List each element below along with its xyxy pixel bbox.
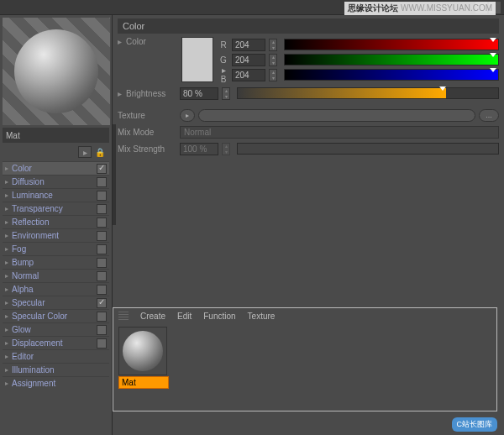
channel-editor[interactable]: ▸Editor <box>3 349 109 363</box>
channel-label: Specular Color <box>12 312 93 321</box>
channel-label: Displacement <box>12 338 93 348</box>
mixstrength-label: Mix Strength <box>118 144 176 154</box>
channel-displacement[interactable]: ▸Displacement <box>3 336 109 349</box>
channel-diffusion[interactable]: ▸Diffusion <box>3 175 109 188</box>
g-input[interactable] <box>232 54 265 66</box>
texture-more-button[interactable]: ... <box>479 109 499 122</box>
channel-checkbox[interactable] <box>97 231 107 241</box>
expand-icon: ▸ <box>5 366 12 374</box>
channel-reflection[interactable]: ▸Reflection <box>3 215 109 228</box>
expand-icon: ▸ <box>5 299 12 307</box>
channel-checkbox[interactable] <box>97 338 107 349</box>
watermark-bottom: C站长图库 <box>452 417 498 432</box>
channel-luminance[interactable]: ▸Luminance <box>3 188 109 202</box>
expand-icon: ▸ <box>5 353 12 360</box>
channel-assignment[interactable]: ▸Assignment <box>3 376 109 390</box>
channel-checkbox[interactable] <box>97 177 107 187</box>
slider-marker-icon <box>490 68 496 72</box>
channel-illumination[interactable]: ▸Illumination <box>3 363 109 376</box>
texture-label: Texture <box>118 111 176 120</box>
channel-label: Glow <box>12 325 93 334</box>
nav-button[interactable]: ▸ <box>78 146 92 158</box>
g-slider[interactable] <box>284 54 499 66</box>
channel-checkbox[interactable] <box>97 244 107 254</box>
channel-checkbox[interactable] <box>97 258 107 268</box>
mixstrength-spinner: ▴▾ <box>222 143 230 155</box>
brightness-input[interactable] <box>180 87 218 100</box>
expand-icon: ▸ <box>5 312 12 320</box>
expand-icon: ▸ <box>5 272 12 280</box>
grip-icon[interactable] <box>118 312 129 320</box>
expand-icon: ▸ <box>5 191 12 199</box>
channel-label: Bump <box>12 258 93 267</box>
material-thumbnail[interactable]: Mat <box>118 327 169 389</box>
expand-icon: ▸ <box>5 380 12 387</box>
b-spinner[interactable]: ▴▾ <box>269 69 277 81</box>
b-input[interactable] <box>232 69 265 81</box>
menu-function[interactable]: Function <box>203 312 235 321</box>
channel-checkbox[interactable] <box>97 285 107 295</box>
r-input[interactable] <box>232 39 265 51</box>
mixmode-select[interactable]: Normal <box>180 126 499 139</box>
g-spinner[interactable]: ▴▾ <box>269 54 277 66</box>
channel-label: Diffusion <box>12 177 93 186</box>
channel-checkbox[interactable] <box>97 191 107 201</box>
channel-specular[interactable]: ▸Specular <box>3 296 109 309</box>
material-thumb-label[interactable]: Mat <box>118 376 169 389</box>
expand-icon: ▸ <box>5 232 12 239</box>
channel-glow[interactable]: ▸Glow <box>3 322 109 336</box>
channel-environment[interactable]: ▸Environment <box>3 228 109 242</box>
left-sidebar: Mat ▸ 🔒 ▸Color▸Diffusion▸Luminance▸Trans… <box>0 15 113 435</box>
texture-picker-button[interactable]: ▸ <box>180 109 195 122</box>
r-slider[interactable] <box>284 39 499 50</box>
channel-label: Luminance <box>12 191 93 200</box>
slider-marker-icon <box>490 53 496 57</box>
menu-edit[interactable]: Edit <box>177 312 192 321</box>
watermark-top: 思缘设计论坛 WWW.MISSYUAN.COM <box>344 2 496 15</box>
brightness-label: ▸Brightness <box>118 89 176 98</box>
channel-checkbox[interactable] <box>97 218 107 228</box>
channel-bump[interactable]: ▸Bump <box>3 255 109 269</box>
channel-alpha[interactable]: ▸Alpha <box>3 282 109 296</box>
thumb-sphere <box>123 331 163 371</box>
channel-fog[interactable]: ▸Fog <box>3 242 109 255</box>
channel-checkbox[interactable] <box>97 298 107 308</box>
channel-color[interactable]: ▸Color <box>3 161 109 175</box>
channel-checkbox[interactable] <box>97 271 107 281</box>
expand-icon: ▸ <box>5 259 12 266</box>
texture-field[interactable] <box>198 109 475 122</box>
expand-icon: ▸ <box>5 165 12 172</box>
channel-label: Specular <box>12 298 93 307</box>
menu-create[interactable]: Create <box>140 312 165 321</box>
color-swatch[interactable] <box>181 37 213 82</box>
channel-checkbox[interactable] <box>97 204 107 214</box>
b-label: ▸ B <box>218 66 228 84</box>
r-spinner[interactable]: ▴▾ <box>269 39 277 51</box>
material-name-field[interactable]: Mat <box>3 128 109 143</box>
slider-marker-icon <box>490 38 496 42</box>
material-manager: Create Edit Function Texture Mat <box>113 307 497 411</box>
brightness-spinner[interactable]: ▴▾ <box>222 87 230 100</box>
material-manager-menu: Create Edit Function Texture <box>113 308 496 323</box>
channel-checkbox[interactable] <box>97 325 107 335</box>
material-preview[interactable] <box>3 18 110 125</box>
channel-checkbox[interactable] <box>97 312 107 322</box>
channel-label: Assignment <box>12 379 107 388</box>
lock-icon[interactable]: 🔒 <box>94 146 106 158</box>
expand-icon[interactable]: ▸ <box>118 37 126 46</box>
b-slider[interactable] <box>284 69 499 81</box>
expand-icon[interactable]: ▸ <box>118 89 126 98</box>
expand-icon: ▸ <box>5 178 12 186</box>
channel-label: Transparency <box>12 204 93 213</box>
channel-checkbox[interactable] <box>97 164 107 174</box>
menu-texture[interactable]: Texture <box>248 312 276 321</box>
channel-transparency[interactable]: ▸Transparency <box>3 202 109 215</box>
channel-specular-color[interactable]: ▸Specular Color <box>3 309 109 322</box>
expand-icon: ▸ <box>5 339 12 347</box>
expand-icon: ▸ <box>5 245 12 253</box>
slider-marker-icon <box>439 86 446 91</box>
channel-label: Alpha <box>12 285 93 294</box>
channel-normal[interactable]: ▸Normal <box>3 269 109 282</box>
channel-label: Illumination <box>12 365 107 375</box>
brightness-slider[interactable] <box>237 87 499 99</box>
